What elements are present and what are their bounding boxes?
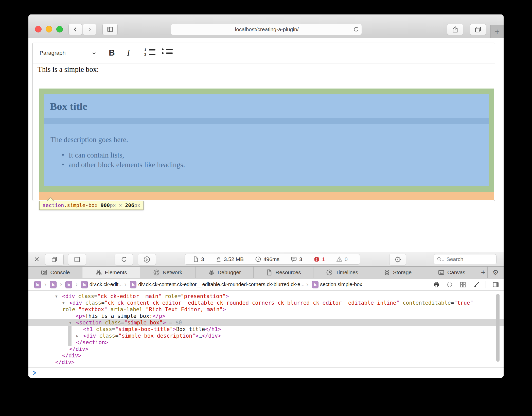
inspector-settings-button[interactable]: ⚙ <box>488 267 504 278</box>
clock-badge[interactable]: 496ms <box>255 256 279 263</box>
disclosure-closed-icon[interactable]: ▶ <box>76 333 78 339</box>
dom-tree-row[interactable]: </div> <box>28 346 504 352</box>
scrollbar-thumb[interactable] <box>496 294 500 362</box>
dom-tree-row[interactable]: </div> <box>28 352 504 359</box>
tab-debugger[interactable]: Debugger <box>196 267 254 278</box>
dom-tree-row[interactable]: role="textbox" aria-label="Rich Text Edi… <box>28 306 504 313</box>
download-page-button[interactable] <box>138 254 156 265</box>
syntax-tag: </div> <box>69 346 88 352</box>
inspector-reload-button[interactable] <box>115 254 133 265</box>
dom-tree[interactable]: ▼<div class="ck ck-editor__main" role="p… <box>28 291 504 368</box>
tab-console[interactable]: Console <box>28 267 82 278</box>
share-button[interactable] <box>447 24 463 35</box>
close-window-button[interactable] <box>35 26 42 32</box>
disclosure-open-icon[interactable]: ▼ <box>69 319 71 326</box>
dom-tree-row[interactable]: <h1 class="simple-box-title">Box title</… <box>28 326 504 333</box>
dom-tree-row[interactable]: ▼<div class="ck ck-editor__main" role="p… <box>28 293 504 300</box>
download-icon <box>143 256 151 263</box>
syntax-tag: <div <box>83 333 96 339</box>
tab-resources[interactable]: Resources <box>254 267 313 278</box>
breadcrumb-item[interactable]: section.simple-box <box>320 282 362 287</box>
search-options-chevron-icon[interactable]: ⌄ <box>441 258 445 262</box>
chevron-right-icon <box>86 26 93 33</box>
add-tab-button[interactable]: + <box>479 267 488 278</box>
badge-count: 3 <box>201 256 204 262</box>
dom-tree-row[interactable]: ▼<section class="simple-box"> = $0 <box>28 319 504 326</box>
new-tab-button[interactable]: + <box>490 25 504 38</box>
tab-label: Storage <box>393 269 412 275</box>
tab-elements[interactable]: Elements <box>82 267 140 278</box>
tooltip-class: .simple-box <box>64 202 97 208</box>
syntax-tag: > <box>163 320 166 326</box>
chevron-down-icon[interactable] <box>91 50 97 56</box>
paintbrush-button[interactable] <box>472 281 480 288</box>
sidebar-toggle-button[interactable] <box>102 24 118 35</box>
document-badge[interactable]: 3 <box>192 256 204 263</box>
zoom-window-button[interactable] <box>56 26 63 32</box>
element-badge-icon: E <box>50 281 57 288</box>
syntax-attr: role <box>162 293 178 299</box>
inspect-highlight-margin-bottom <box>39 192 494 200</box>
disclosure-open-icon[interactable]: ▼ <box>62 300 64 306</box>
bulleted-list-button[interactable] <box>162 48 173 54</box>
element-picker-button[interactable] <box>389 254 406 265</box>
syntax-tag: <section <box>76 320 102 326</box>
tab-storage[interactable]: Storage <box>371 267 424 278</box>
paragraph-dropdown[interactable]: Paragraph <box>40 43 66 63</box>
document-icon <box>192 256 199 263</box>
detach-window-icon <box>51 256 58 263</box>
numbered-list-button[interactable]: 1 2 <box>144 48 155 56</box>
url-input[interactable] <box>171 24 363 35</box>
minimize-window-button[interactable] <box>46 26 52 32</box>
chevron-right-icon: › <box>125 281 127 288</box>
breadcrumb-actions <box>433 281 500 288</box>
close-inspector-button[interactable] <box>33 256 40 263</box>
disclosure-open-icon[interactable]: ▼ <box>55 293 57 300</box>
dock-side-button[interactable] <box>68 254 86 265</box>
italic-button[interactable]: I <box>127 43 130 63</box>
inspector-tabs: ConsoleElementsNetworkDebuggerResourcesT… <box>28 266 504 279</box>
search-input[interactable] <box>446 256 488 263</box>
dom-tree-row[interactable]: </div> <box>28 359 504 366</box>
element-badge-icon: E <box>81 281 88 288</box>
weight-badge[interactable]: 3.52 MB <box>215 256 244 263</box>
console-prompt[interactable] <box>28 368 504 378</box>
print-styles-button[interactable] <box>433 281 440 288</box>
syntax-val: "true" <box>454 300 473 306</box>
speech-badge[interactable]: 3 <box>291 256 302 263</box>
dom-tree-row[interactable]: <p>This is a simple box:</p> <box>28 313 504 319</box>
bold-button[interactable]: B <box>109 43 115 63</box>
dom-tree-row[interactable]: ▼<div class="ck ck-content ck-editor__ed… <box>28 300 504 306</box>
tab-canvas[interactable]: Canvas <box>424 267 479 278</box>
tab-network[interactable]: Network <box>140 267 196 278</box>
details-sidebar-toggle[interactable] <box>492 281 500 288</box>
element-badge-icon: E <box>34 281 41 288</box>
syntax-val: "textbox" <box>78 306 107 313</box>
detach-inspector-button[interactable] <box>45 254 64 265</box>
warning-badge[interactable]: 0 <box>336 256 348 263</box>
error-badge[interactable]: 1 <box>313 256 325 263</box>
box-list[interactable]: It can contain lists,and other block ele… <box>62 150 185 169</box>
address-bar[interactable] <box>171 24 362 35</box>
intro-paragraph[interactable]: This is a simple box: <box>38 65 99 74</box>
dom-tree-row[interactable]: </section> <box>28 339 504 346</box>
box-title[interactable]: Box title <box>50 100 87 112</box>
show-tabs-button[interactable] <box>470 24 486 35</box>
reload-icon[interactable] <box>352 26 360 33</box>
grid-overlay-button[interactable] <box>459 281 466 288</box>
breadcrumb-item[interactable]: div.ck.ck-edit... <box>90 282 123 287</box>
box-list-item[interactable]: and other block elements like headings. <box>62 160 185 169</box>
inspector-search-field[interactable]: ⌄ <box>434 254 496 264</box>
box-list-item[interactable]: It can contain lists, <box>62 150 185 160</box>
dom-tree-row[interactable]: ▶<div class="simple-box-description">…</… <box>28 333 504 339</box>
back-button[interactable] <box>68 24 82 35</box>
forward-button[interactable] <box>83 24 96 35</box>
syntax-attr: aria-label <box>107 306 143 313</box>
tab-timelines[interactable]: Timelines <box>313 267 371 278</box>
elements-icon <box>95 269 102 276</box>
timelines-icon <box>326 269 333 276</box>
breadcrumb-item[interactable]: div.ck.ck-content.ck-editor__editable.ck… <box>138 282 304 287</box>
code-brackets-button[interactable] <box>446 281 453 288</box>
box-description[interactable]: The description goes here. <box>50 135 128 144</box>
share-icon <box>451 26 459 33</box>
